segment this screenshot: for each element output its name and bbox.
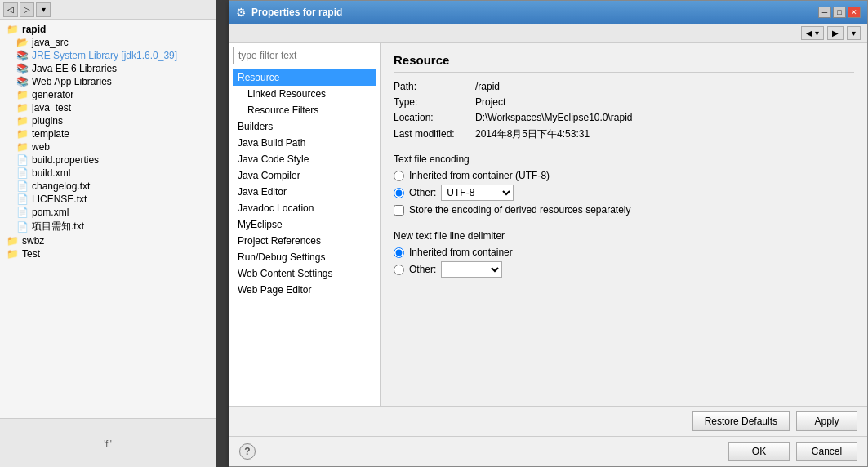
tree-item-label-test: Test — [22, 248, 40, 260]
tree-item-icon-swbz: 📁 — [7, 235, 19, 247]
store-separately-checkbox[interactable] — [394, 205, 404, 216]
tree-item-generator[interactable]: 📁generator — [0, 88, 216, 101]
forward-button[interactable]: ▷ — [20, 2, 34, 17]
nav-item-java_compiler[interactable]: Java Compiler — [233, 167, 376, 184]
tree-item-label-web: web — [32, 141, 50, 153]
dialog-content-area: Resource Path: /rapid Type: Project Loca… — [381, 43, 867, 406]
ok-button[interactable]: OK — [728, 442, 790, 461]
tree-item-icon-java_src: 📂 — [16, 37, 29, 48]
tree-item-plugins[interactable]: 📁plugins — [0, 114, 216, 127]
nav-item-java_build_path[interactable]: Java Build Path — [233, 135, 376, 151]
path-row: Path: /rapid — [394, 81, 854, 92]
tree-item-icon-license_txt: 📄 — [16, 193, 29, 205]
properties-dialog: ⚙ Properties for rapid ─ □ ✕ ◀ ▾ ▶ ▾ Res… — [229, 0, 868, 467]
tree-item-webapp_libs[interactable]: 📚Web App Libraries — [0, 75, 216, 88]
forward-arrow-button[interactable]: ▶ — [827, 26, 844, 40]
location-row: Location: D:\Workspaces\MyEclipse10.0\ra… — [394, 112, 854, 123]
dropdown-button[interactable]: ▾ — [36, 2, 51, 17]
dropdown-arrow-button[interactable]: ▾ — [847, 26, 861, 40]
tree-item-label-generator: generator — [32, 89, 73, 100]
dialog-icon: ⚙ — [236, 6, 247, 19]
tree-item-icon-build_properties: 📄 — [16, 154, 29, 166]
dialog-controls: ─ □ ✕ — [818, 7, 861, 18]
cancel-button[interactable]: Cancel — [796, 442, 857, 461]
project-explorer: ◁ ▷ ▾ 📁rapid📂java_src📚JRE System Library… — [0, 0, 216, 467]
help-button[interactable]: ? — [239, 443, 256, 460]
bottom-panel: 'fi' — [0, 418, 216, 467]
footer-top-buttons: Restore Defaults Apply — [229, 407, 867, 436]
back-button[interactable]: ◁ — [3, 2, 18, 17]
nav-item-resource_filters[interactable]: Resource Filters — [233, 102, 376, 118]
tree-item-label-template: template — [32, 128, 69, 140]
last-modified-value: 2014年8月5日下午4:53:31 — [475, 127, 590, 141]
type-value: Project — [475, 96, 505, 108]
tree-item-web[interactable]: 📁web — [0, 140, 216, 153]
delimiter-other-radio[interactable] — [394, 265, 404, 275]
footer-left: ? — [239, 443, 722, 460]
tree-item-icon-xiang_xu: 📄 — [16, 221, 29, 233]
tree-item-build_properties[interactable]: 📄build.properties — [0, 153, 216, 167]
tree-item-icon-template: 📁 — [16, 128, 29, 140]
other-encoding-radio[interactable] — [394, 188, 404, 198]
maximize-button[interactable]: □ — [833, 7, 846, 18]
tree-item-icon-test: 📁 — [7, 248, 19, 260]
tree-item-build_xml[interactable]: 📄build.xml — [0, 167, 216, 180]
inherited-radio[interactable] — [394, 171, 404, 181]
back-arrow-button[interactable]: ◀ ▾ — [801, 26, 824, 40]
tree-item-template[interactable]: 📁template — [0, 127, 216, 140]
path-label: Path: — [394, 81, 475, 92]
dialog-title: Properties for rapid — [251, 7, 818, 18]
tree-item-javaee_libs[interactable]: 📚Java EE 6 Libraries — [0, 62, 216, 75]
tree-item-changelog_txt[interactable]: 📄changelog.txt — [0, 180, 216, 193]
tree-item-label-java_test: java_test — [32, 102, 71, 113]
text-encoding-heading: Text file encoding — [394, 153, 854, 165]
close-button[interactable]: ✕ — [848, 7, 861, 18]
nav-item-web_page_editor[interactable]: Web Page Editor — [233, 282, 376, 298]
tree-item-java_src[interactable]: 📂java_src — [0, 36, 216, 49]
tree-item-swbz[interactable]: 📁swbz — [0, 234, 216, 247]
delimiter-select[interactable]: Windows Unix Mac — [441, 261, 502, 278]
dialog-navigation: ResourceLinked ResourcesResource Filters… — [229, 43, 381, 406]
tree-item-java_test[interactable]: 📁java_test — [0, 101, 216, 114]
left-toolbar: ◁ ▷ ▾ — [0, 0, 216, 20]
footer-bottom-buttons: ? OK Cancel — [229, 436, 867, 466]
tree-item-jre_system[interactable]: 📚JRE System Library [jdk1.6.0_39] — [0, 49, 216, 62]
tree-item-label-jre_system: JRE System Library [jdk1.6.0_39] — [32, 50, 177, 61]
project-tree: 📁rapid📂java_src📚JRE System Library [jdk1… — [0, 20, 216, 418]
tree-item-icon-jre_system: 📚 — [16, 50, 29, 61]
tree-item-label-xiang_xu: 项目需知.txt — [32, 220, 84, 234]
store-separately-row: Store the encoding of derived resources … — [394, 204, 854, 216]
tree-item-test[interactable]: 📁Test — [0, 247, 216, 260]
tree-item-icon-rapid: 📁 — [7, 24, 19, 35]
minimize-button[interactable]: ─ — [818, 7, 831, 18]
tree-item-icon-java_test: 📁 — [16, 102, 29, 113]
encoding-select[interactable]: UTF-8 UTF-16 ISO-8859-1 US-ASCII — [441, 185, 514, 201]
nav-item-builders[interactable]: Builders — [233, 118, 376, 135]
nav-item-java_code_style[interactable]: Java Code Style — [233, 151, 376, 167]
nav-item-javadoc_location[interactable]: Javadoc Location — [233, 200, 376, 216]
other-label: Other: — [409, 187, 436, 198]
filter-input[interactable] — [233, 47, 376, 64]
type-row: Type: Project — [394, 96, 854, 108]
restore-defaults-button[interactable]: Restore Defaults — [692, 411, 790, 431]
tree-item-label-changelog_txt: changelog.txt — [32, 180, 90, 192]
inherited-label: Inherited from container (UTF-8) — [409, 170, 550, 181]
tree-item-xiang_xu[interactable]: 📄项目需知.txt — [0, 219, 216, 234]
nav-item-run_debug_settings[interactable]: Run/Debug Settings — [233, 249, 376, 265]
type-label: Type: — [394, 96, 475, 108]
nav-item-linked_resources[interactable]: Linked Resources — [233, 86, 376, 102]
nav-item-web_content_settings[interactable]: Web Content Settings — [233, 265, 376, 282]
tree-item-pom_xml[interactable]: 📄pom.xml — [0, 206, 216, 219]
nav-item-project_references[interactable]: Project References — [233, 233, 376, 249]
apply-button[interactable]: Apply — [796, 411, 857, 431]
delimiter-other-row: Other: Windows Unix Mac — [394, 261, 854, 278]
tree-item-icon-pom_xml: 📄 — [16, 207, 29, 218]
tree-item-rapid[interactable]: 📁rapid — [0, 23, 216, 36]
tree-item-label-build_properties: build.properties — [32, 154, 99, 166]
nav-item-java_editor[interactable]: Java Editor — [233, 184, 376, 200]
tree-item-label-java_src: java_src — [32, 37, 69, 48]
tree-item-license_txt[interactable]: 📄LICENSE.txt — [0, 193, 216, 206]
nav-item-resource[interactable]: Resource — [233, 69, 376, 86]
delimiter-inherited-radio[interactable] — [394, 247, 404, 258]
nav-item-myeclipse[interactable]: MyEclipse — [233, 216, 376, 233]
